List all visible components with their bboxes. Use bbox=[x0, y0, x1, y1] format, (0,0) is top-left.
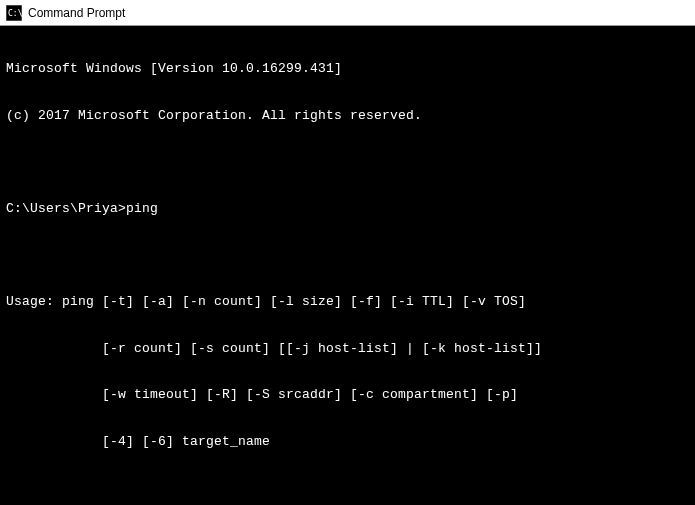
terminal-line bbox=[6, 481, 689, 496]
titlebar: C:\ Command Prompt bbox=[0, 0, 695, 26]
terminal-line: [-w timeout] [-R] [-S srcaddr] [-c compa… bbox=[6, 387, 689, 403]
terminal-line: [-4] [-6] target_name bbox=[6, 434, 689, 450]
terminal-output[interactable]: Microsoft Windows [Version 10.0.16299.43… bbox=[0, 26, 695, 505]
svg-text:C:\: C:\ bbox=[8, 9, 22, 18]
cmd-icon: C:\ bbox=[6, 5, 22, 21]
terminal-line: [-r count] [-s count] [[-j host-list] | … bbox=[6, 341, 689, 357]
terminal-line: (c) 2017 Microsoft Corporation. All righ… bbox=[6, 108, 689, 124]
terminal-line bbox=[6, 248, 689, 263]
terminal-line: Microsoft Windows [Version 10.0.16299.43… bbox=[6, 61, 689, 77]
titlebar-text: Command Prompt bbox=[28, 6, 125, 20]
terminal-line: C:\Users\Priya>ping bbox=[6, 201, 689, 217]
terminal-line bbox=[6, 155, 689, 170]
terminal-line: Usage: ping [-t] [-a] [-n count] [-l siz… bbox=[6, 294, 689, 310]
